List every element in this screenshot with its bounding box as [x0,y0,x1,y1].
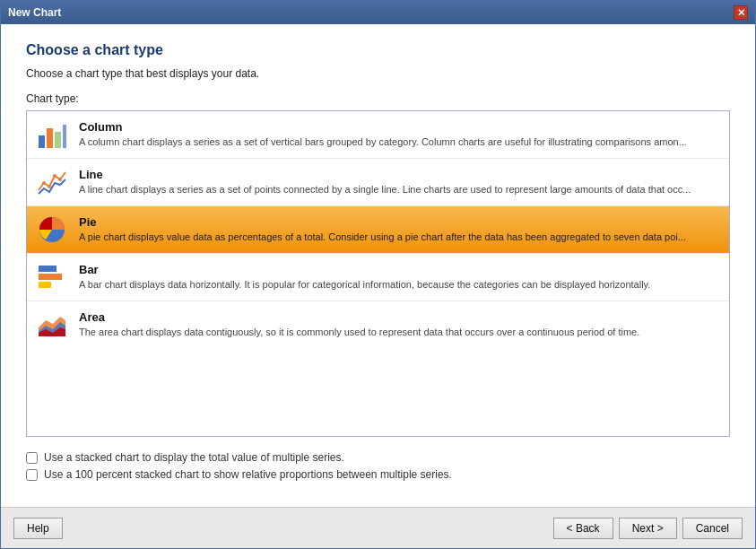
stacked-checkbox[interactable] [26,452,38,464]
hundred-percent-checkbox-row: Use a 100 percent stacked chart to show … [26,468,730,481]
stacked-checkbox-row: Use a stacked chart to display the total… [26,451,730,464]
svg-point-5 [48,185,51,188]
footer-left: Help [13,518,63,539]
area-icon [36,309,68,341]
title-bar-label: New Chart [8,6,61,19]
line-desc: A line chart displays a series as a set … [79,183,720,196]
pie-icon [36,214,68,246]
section-label: Chart type: [26,92,730,105]
bar-name: Bar [79,263,720,276]
checkboxes-section: Use a stacked chart to display the total… [26,451,730,485]
column-info: Column A column chart displays a series … [79,120,720,148]
line-icon [36,166,68,198]
pie-name: Pie [79,215,720,229]
svg-rect-9 [39,266,56,272]
help-button[interactable]: Help [13,518,63,539]
chart-item-column[interactable]: Column A column chart displays a series … [27,111,729,159]
column-desc: A column chart displays a series as a se… [79,135,720,148]
svg-point-6 [53,174,56,178]
footer-right: < Back Next > Cancel [553,518,743,539]
area-info: Area The area chart displays data contig… [79,310,720,338]
chart-type-list: Column A column chart displays a series … [26,110,730,437]
next-button[interactable]: Next > [619,518,677,539]
dialog-body: Choose a chart type Choose a chart type … [1,24,755,507]
svg-point-7 [58,178,62,181]
hundred-percent-label: Use a 100 percent stacked chart to show … [44,468,452,481]
area-name: Area [79,310,720,324]
svg-rect-11 [39,282,51,288]
dialog-heading: Choose a chart type [26,42,730,58]
back-button[interactable]: < Back [553,518,613,539]
column-icon [36,118,68,151]
pie-info: Pie A pie chart displays value data as p… [79,215,720,243]
close-button[interactable]: ✕ [734,5,748,20]
chart-item-area[interactable]: Area The area chart displays data contig… [27,301,729,348]
dialog-subtext: Choose a chart type that best displays y… [26,67,730,80]
bar-desc: A bar chart displays data horizontally. … [79,278,720,291]
new-chart-dialog: New Chart ✕ Choose a chart type Choose a… [0,0,756,549]
area-desc: The area chart displays data contiguousl… [79,326,720,338]
line-info: Line A line chart displays a series as a… [79,168,720,196]
cancel-button[interactable]: Cancel [682,518,743,539]
chart-item-line[interactable]: Line A line chart displays a series as a… [27,159,729,206]
chart-item-bar[interactable]: Bar A bar chart displays data horizontal… [27,254,729,301]
dialog-footer: Help < Back Next > Cancel [1,507,755,548]
svg-rect-2 [55,132,61,148]
pie-desc: A pie chart displays value data as perce… [79,231,720,243]
svg-rect-3 [63,125,66,148]
svg-rect-1 [47,128,53,148]
line-name: Line [79,168,720,181]
title-bar: New Chart ✕ [1,1,755,24]
svg-rect-0 [39,135,45,148]
bar-info: Bar A bar chart displays data horizontal… [79,263,720,291]
column-name: Column [79,120,720,134]
stacked-label: Use a stacked chart to display the total… [44,451,344,464]
bar-icon [36,261,68,293]
chart-item-pie[interactable]: Pie A pie chart displays value data as p… [27,206,729,254]
svg-rect-10 [39,274,62,280]
svg-point-4 [42,181,46,185]
hundred-percent-checkbox[interactable] [26,469,38,481]
